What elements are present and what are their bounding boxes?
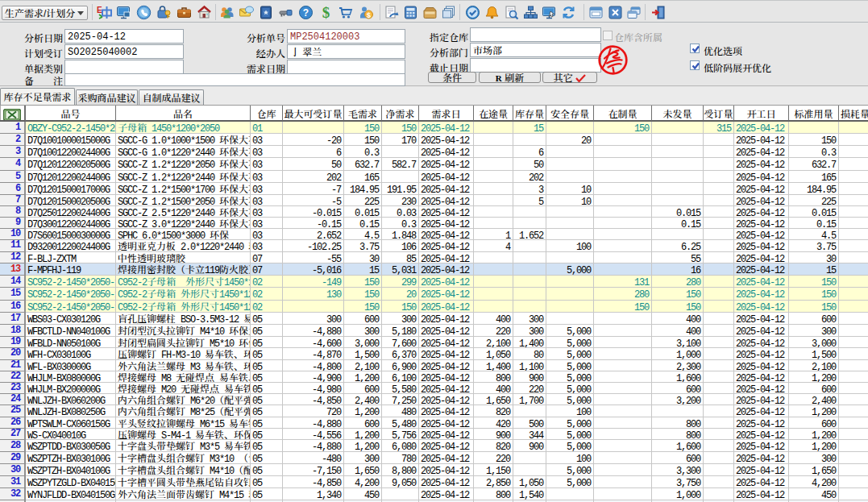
svg-text:$: $ [322, 5, 330, 20]
svg-text:$: $ [367, 11, 371, 19]
svg-text:?: ? [303, 7, 309, 19]
svg-text:E: E [97, 6, 102, 15]
